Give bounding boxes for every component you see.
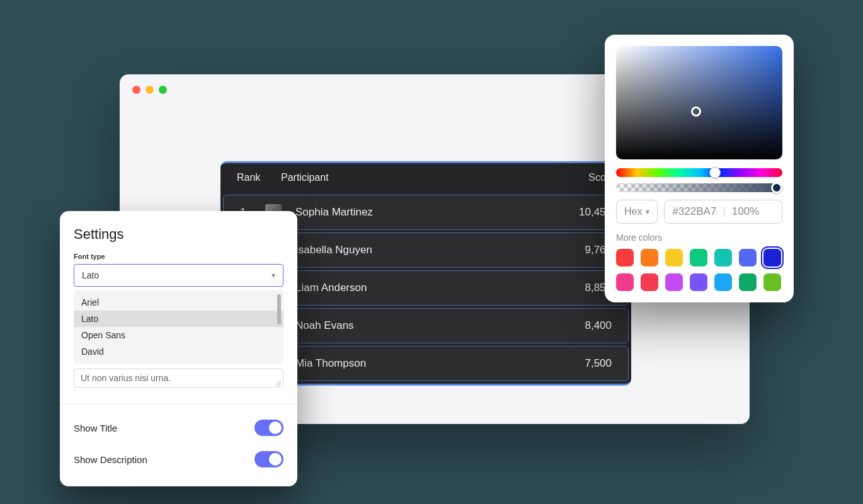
show-title-toggle[interactable]: [254, 420, 283, 436]
color-swatch[interactable]: [616, 273, 634, 291]
header-participant: Participant: [281, 172, 564, 183]
color-swatch[interactable]: [641, 249, 658, 266]
chevron-down-icon: ▾: [271, 271, 275, 280]
color-canvas[interactable]: [616, 46, 782, 159]
color-swatch[interactable]: [739, 273, 757, 291]
score-cell: 10,450: [555, 206, 612, 219]
font-type-label: Font type: [74, 253, 283, 260]
color-cursor-icon[interactable]: [691, 106, 701, 117]
color-swatch[interactable]: [714, 249, 732, 266]
header-rank: Rank: [237, 172, 281, 183]
color-swatch[interactable]: [763, 273, 781, 291]
color-format-value: Hex: [624, 206, 642, 217]
hex-value: #322BA7: [672, 205, 716, 218]
close-icon[interactable]: [132, 86, 140, 94]
description-textarea[interactable]: Ut non varius nisi urna.: [74, 369, 283, 387]
color-picker: Hex ▾ #322BA7 | 100% More colors: [605, 35, 794, 302]
resize-handle-icon[interactable]: [275, 379, 282, 386]
color-swatch[interactable]: [763, 249, 781, 266]
alpha-thumb[interactable]: [771, 182, 782, 193]
score-cell: 7,500: [555, 357, 612, 370]
show-description-label: Show Description: [74, 454, 147, 465]
font-type-value: Lato: [82, 270, 99, 280]
hue-thumb[interactable]: [709, 167, 721, 178]
scrollbar-thumb[interactable]: [277, 294, 281, 324]
description-value: Ut non varius nisi urna.: [81, 373, 171, 383]
more-colors-label: More colors: [616, 232, 782, 243]
show-title-row: Show Title: [74, 412, 283, 444]
show-description-row: Show Description: [74, 444, 283, 475]
score-cell: 8,850: [555, 282, 612, 294]
participant-cell: Isabella Nguyen: [295, 244, 555, 256]
color-swatch[interactable]: [616, 249, 634, 266]
participant-cell: Noah Evans: [295, 319, 555, 332]
color-swatch[interactable]: [714, 273, 732, 291]
font-type-dropdown: ArielLatoOpen SansDavid: [74, 290, 283, 364]
alpha-slider[interactable]: [616, 183, 782, 192]
color-format-select[interactable]: Hex ▾: [616, 200, 658, 224]
divider: [60, 404, 297, 404]
font-option[interactable]: David: [74, 343, 283, 360]
font-option[interactable]: Lato: [74, 311, 283, 327]
alpha-value: 100%: [732, 205, 759, 218]
color-swatch[interactable]: [641, 273, 658, 291]
participant-cell: Liam Anderson: [295, 282, 555, 294]
separator: |: [723, 205, 725, 218]
maximize-icon[interactable]: [159, 86, 167, 94]
show-title-label: Show Title: [74, 423, 117, 433]
font-option[interactable]: Open Sans: [74, 327, 283, 343]
color-swatch[interactable]: [690, 273, 707, 291]
font-option[interactable]: Ariel: [74, 294, 283, 311]
participant-cell: Mia Thompson: [295, 357, 555, 370]
settings-panel: Settings Font type Lato ▾ ArielLatoOpen …: [60, 211, 297, 486]
color-swatch[interactable]: [739, 249, 757, 266]
chevron-down-icon: ▾: [646, 207, 649, 216]
color-swatch[interactable]: [665, 273, 683, 291]
show-description-toggle[interactable]: [254, 451, 283, 467]
font-type-select[interactable]: Lato ▾: [74, 264, 283, 287]
score-cell: 9,760: [555, 244, 612, 256]
minimize-icon[interactable]: [146, 86, 154, 94]
hex-input[interactable]: #322BA7 | 100%: [664, 200, 782, 224]
color-swatch[interactable]: [665, 249, 683, 266]
score-cell: 8,400: [555, 319, 612, 332]
settings-title: Settings: [74, 226, 283, 243]
participant-cell: Sophia Martinez: [295, 206, 555, 219]
color-swatch[interactable]: [690, 249, 707, 266]
table-header: Rank Participant Score: [220, 163, 631, 192]
hue-slider[interactable]: [616, 168, 782, 177]
